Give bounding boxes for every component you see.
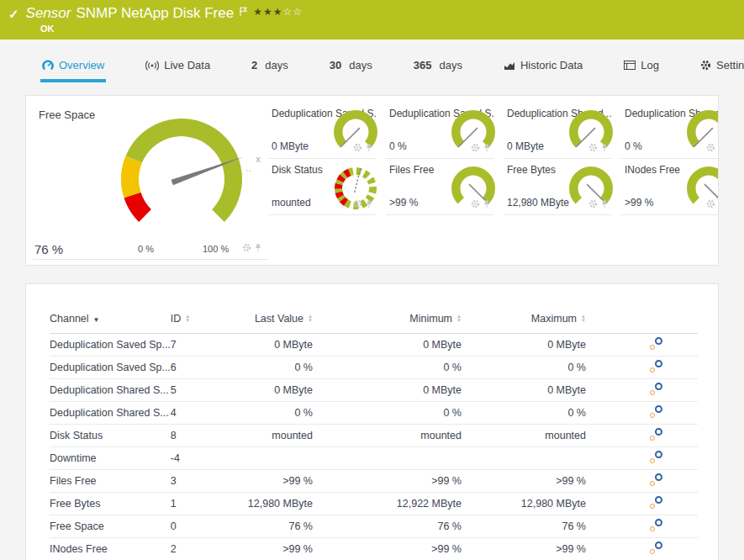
svg-text:x: x — [256, 155, 261, 164]
edit-channel-icon[interactable] — [650, 383, 662, 395]
gauge-settings-gear-icon[interactable] — [588, 140, 598, 156]
gauge-settings-gear-icon[interactable] — [353, 140, 362, 156]
col-header-minimum[interactable]: Minimum▲▼ — [321, 304, 470, 333]
edit-channel-icon[interactable] — [650, 451, 662, 463]
edit-channel-icon[interactable] — [650, 519, 662, 531]
object-kind-label: Sensor — [26, 5, 71, 22]
sort-icon: ▲▼ — [185, 314, 190, 323]
broadcast-icon — [145, 61, 159, 71]
sort-icon: ▲▼ — [581, 314, 586, 323]
table-row: Disk Status8mountedmountedmounted — [50, 424, 698, 446]
col-header-actions — [594, 304, 698, 333]
tile-dedup-saved-pct[interactable]: Deduplication Saved S... 0 % — [386, 103, 493, 159]
pin-icon[interactable] — [601, 197, 608, 212]
gauge-settings-gear-icon[interactable] — [706, 197, 715, 212]
stars-filled: ★★★ — [253, 6, 282, 18]
flag-icon[interactable] — [240, 5, 248, 20]
sort-desc-icon: ▼ — [93, 316, 100, 324]
tile-dedup-saved-bytes[interactable]: Deduplication Saved S... 0 MByte — [268, 103, 376, 159]
tab-2-days[interactable]: 2days — [250, 50, 290, 82]
table-header-row: Channel▼ ID▲▼ Last Value▲▼ Minimum▲▼ Max… — [50, 304, 698, 333]
col-header-maximum[interactable]: Maximum▲▼ — [470, 304, 594, 333]
tab-settings[interactable]: Settings — [699, 50, 744, 82]
tab-bar: Overview Live Data 2days 30days 365days … — [0, 40, 744, 93]
table-row: INodes Free2>99 %>99 %>99 % — [50, 537, 698, 560]
status-ok-check-icon: ✓ — [8, 7, 19, 22]
log-icon — [624, 61, 636, 70]
channels-panel: Channel▼ ID▲▼ Last Value▲▼ Minimum▲▼ Max… — [25, 283, 719, 560]
sort-icon: ▲▼ — [308, 314, 313, 323]
pin-icon[interactable] — [255, 240, 261, 256]
table-row: Deduplication Saved Sp...70 MByte0 MByte… — [50, 333, 698, 356]
channel-table: Channel▼ ID▲▼ Last Value▲▼ Minimum▲▼ Max… — [50, 304, 698, 560]
col-header-id[interactable]: ID▲▼ — [171, 304, 248, 333]
table-row: Free Space076 %76 %76 % — [50, 515, 698, 537]
free-space-gauge: x — [98, 103, 266, 256]
stars-empty: ☆☆ — [282, 6, 303, 18]
tab-live-data[interactable]: Live Data — [144, 50, 212, 82]
tile-dedup-shared-bytes[interactable]: Deduplication Shared ... 0 MByte — [504, 103, 611, 159]
sensor-status-badge: OK — [40, 24, 55, 34]
col-header-last-value[interactable]: Last Value▲▼ — [248, 304, 321, 333]
overview-gauges-panel: Free Space x 76 % 0 % 100 % Deduplicatio… — [25, 95, 719, 266]
chart-icon — [504, 61, 515, 71]
gauge-icon — [42, 60, 54, 71]
tile-inodes-free[interactable]: INodes Free >99 % — [621, 159, 719, 215]
edit-channel-icon[interactable] — [650, 542, 662, 554]
table-row: Files Free3>99 %>99 %>99 % — [50, 469, 698, 492]
gauge-settings-gear-icon[interactable] — [588, 197, 598, 212]
table-row: Deduplication Shared S...50 MByte0 MByte… — [50, 378, 698, 401]
tab-log[interactable]: Log — [622, 50, 661, 82]
gauge-settings-gear-icon[interactable] — [471, 197, 480, 212]
pin-icon[interactable] — [366, 197, 372, 212]
main-gauge-title: Free Space — [39, 108, 95, 121]
pin-icon[interactable] — [601, 140, 608, 156]
table-row: Deduplication Shared S...40 %0 %0 % — [50, 401, 698, 424]
gauge-max-label: 100 % — [203, 244, 229, 254]
edit-channel-icon[interactable] — [650, 405, 662, 418]
col-header-channel[interactable]: Channel▼ — [50, 304, 171, 333]
tile-disk-status[interactable]: Disk Status mounted — [268, 159, 376, 215]
table-row: Free Bytes112,980 MByte12,922 MByte12,98… — [50, 492, 698, 515]
tile-dedup-shared-pct[interactable]: Deduplication Shared ... 0 % — [621, 103, 719, 159]
pin-icon[interactable] — [483, 140, 490, 156]
priority-stars[interactable]: ★★★☆☆ — [253, 6, 303, 18]
pin-icon[interactable] — [366, 140, 372, 156]
main-gauge-value: 76 % — [34, 242, 63, 256]
tab-historic-data[interactable]: Historic Data — [502, 50, 584, 82]
gauge-settings-gear-icon[interactable] — [471, 140, 480, 156]
tile-files-free[interactable]: Files Free >99 % — [386, 159, 493, 215]
free-space-tile: Free Space x 76 % 0 % 100 % — [33, 103, 268, 260]
gauge-settings-gear-icon[interactable] — [353, 197, 362, 212]
table-row: Deduplication Saved Sp...60 %0 %0 % — [50, 356, 698, 378]
tab-30-days[interactable]: 30days — [328, 50, 374, 82]
gauge-settings-gear-icon[interactable] — [242, 240, 251, 256]
edit-channel-icon[interactable] — [650, 337, 662, 350]
gauge-settings-gear-icon[interactable] — [706, 140, 715, 156]
tab-365-days[interactable]: 365days — [412, 50, 464, 82]
edit-channel-icon[interactable] — [650, 473, 662, 486]
gear-icon — [700, 60, 711, 71]
edit-channel-icon[interactable] — [650, 496, 662, 509]
sort-icon: ▲▼ — [456, 314, 462, 323]
edit-channel-icon[interactable] — [650, 360, 662, 372]
tab-overview[interactable]: Overview — [40, 50, 106, 82]
table-row: Downtime-4 — [50, 446, 698, 469]
tile-free-bytes[interactable]: Free Bytes 12,980 MByte — [504, 159, 611, 215]
pin-icon[interactable] — [483, 197, 490, 212]
small-gauge-grid: Deduplication Saved S... 0 MByte Dedupli… — [268, 103, 719, 215]
edit-channel-icon[interactable] — [650, 428, 662, 441]
gauge-min-label: 0 % — [138, 244, 154, 254]
sensor-title: SNMP NetApp Disk Free — [76, 5, 234, 22]
sensor-header: ✓ Sensor SNMP NetApp Disk Free ★★★☆☆ OK — [0, 0, 744, 40]
